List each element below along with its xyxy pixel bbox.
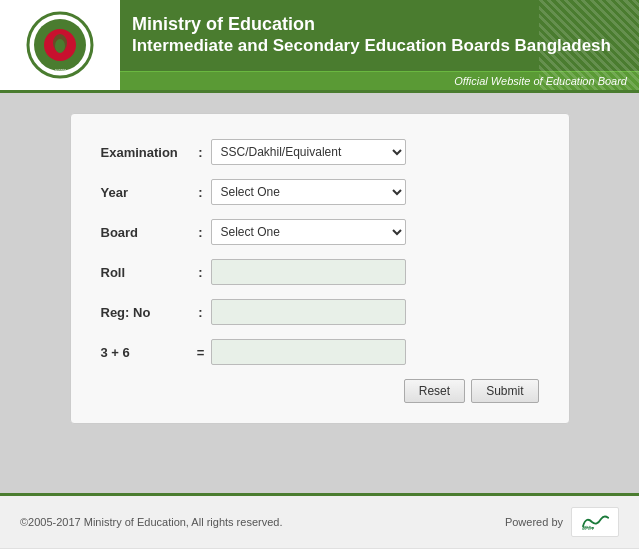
logo-area: সরকার [0, 0, 120, 90]
submit-button[interactable]: Submit [471, 379, 538, 403]
roll-colon: : [191, 265, 211, 280]
reset-button[interactable]: Reset [404, 379, 465, 403]
logo-icon: সরকার [25, 10, 95, 80]
math-input[interactable] [211, 339, 406, 365]
ministry-title: Ministry of Education [132, 14, 627, 35]
year-row: Year : Select One [101, 179, 539, 205]
header-title-area: Ministry of Education Intermediate and S… [120, 0, 639, 71]
year-colon: : [191, 185, 211, 200]
reg-input[interactable] [211, 299, 406, 325]
year-label: Year [101, 185, 191, 200]
footer-copyright: ©2005-2017 Ministry of Education, All ri… [20, 516, 282, 528]
svg-text:সরকার: সরকার [55, 67, 66, 73]
reg-control [211, 299, 539, 325]
board-colon: : [191, 225, 211, 240]
math-control [211, 339, 539, 365]
year-select[interactable]: Select One [211, 179, 406, 205]
board-select[interactable]: Select One [211, 219, 406, 245]
header-right: Ministry of Education Intermediate and S… [120, 0, 639, 90]
footer: ©2005-2017 Ministry of Education, All ri… [0, 493, 639, 548]
math-label: 3 + 6 [101, 345, 191, 360]
svg-point-4 [55, 39, 65, 53]
roll-label: Roll [101, 265, 191, 280]
year-control: Select One [211, 179, 539, 205]
board-row: Board : Select One [101, 219, 539, 245]
board-title: Intermediate and Secondary Education Boa… [132, 35, 627, 57]
teletalk-wave-icon: টেলিটক [580, 512, 610, 532]
official-website-text: Official Website of Education Board [454, 75, 627, 87]
examination-control: SSC/Dakhil/Equivalent [211, 139, 539, 165]
teletalk-logo: টেলিটক [571, 507, 619, 537]
board-label: Board [101, 225, 191, 240]
official-website-bar: Official Website of Education Board [120, 71, 639, 90]
powered-by-text: Powered by [505, 516, 563, 528]
button-row: Reset Submit [101, 379, 539, 403]
header: সরকার Ministry of Education Intermediate… [0, 0, 639, 93]
reg-row: Reg: No : [101, 299, 539, 325]
examination-select[interactable]: SSC/Dakhil/Equivalent [211, 139, 406, 165]
footer-right: Powered by টেলিটক [505, 507, 619, 537]
examination-row: Examination : SSC/Dakhil/Equivalent [101, 139, 539, 165]
reg-label: Reg: No [101, 305, 191, 320]
svg-text:টেলিটক: টেলিটক [582, 525, 595, 531]
main-content: Examination : SSC/Dakhil/Equivalent Year… [0, 93, 639, 493]
roll-row: Roll : [101, 259, 539, 285]
board-control: Select One [211, 219, 539, 245]
examination-label: Examination [101, 145, 191, 160]
reg-colon: : [191, 305, 211, 320]
math-row: 3 + 6 = [101, 339, 539, 365]
form-container: Examination : SSC/Dakhil/Equivalent Year… [70, 113, 570, 424]
roll-control [211, 259, 539, 285]
roll-input[interactable] [211, 259, 406, 285]
examination-colon: : [191, 145, 211, 160]
math-equals: = [191, 345, 211, 360]
